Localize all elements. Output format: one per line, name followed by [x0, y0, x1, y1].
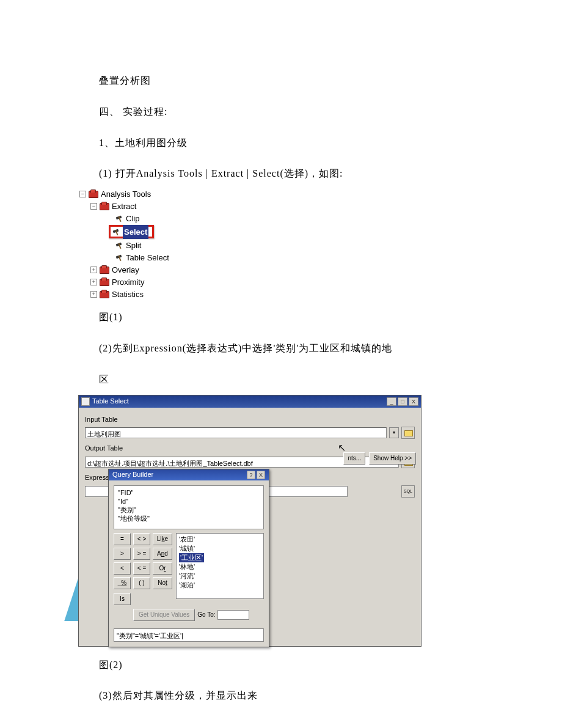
goto-input[interactable] — [217, 610, 249, 620]
op-paren[interactable]: ( ) — [133, 577, 150, 589]
close-button[interactable]: X — [257, 471, 265, 479]
value-item[interactable]: '湖泊' — [179, 581, 261, 590]
field-item[interactable]: "地价等级" — [118, 514, 260, 523]
op-not[interactable]: Not — [153, 577, 172, 589]
paragraph: (2)先到Expression(选择表达式)中选择'类别'为工业区和城镇的地 — [99, 340, 501, 358]
paragraph: (3)然后对其属性分级，并显示出来 — [99, 687, 501, 705]
op-notequal[interactable]: < > — [133, 533, 150, 545]
paragraph: 1、土地利用图分级 — [99, 134, 501, 152]
expand-icon[interactable]: + — [90, 279, 97, 285]
field-item[interactable]: "Id" — [118, 497, 260, 506]
get-unique-values-button[interactable]: Get Unique Values — [133, 609, 195, 621]
tree-node-table-select[interactable]: Table Select — [78, 251, 268, 263]
table-select-dialog: Table Select _ □ X Input Table 土地利用图 ▾ O… — [78, 395, 422, 647]
value-item[interactable]: '林地' — [179, 562, 261, 572]
collapse-icon[interactable]: − — [79, 191, 86, 197]
field-item[interactable]: "FID" — [118, 488, 260, 497]
dropdown-button[interactable]: ▾ — [389, 427, 399, 438]
value-item[interactable]: '城镇' — [179, 544, 261, 553]
selected-highlight: Select — [109, 225, 154, 238]
dialog-title: Table Select — [92, 395, 129, 408]
query-builder-title: Query Builder — [112, 469, 153, 481]
op-and[interactable]: And — [153, 548, 172, 560]
tool-icon — [115, 214, 125, 222]
op-lte[interactable]: < = — [133, 562, 150, 575]
cursor-icon: ↖ — [338, 439, 346, 450]
maximize-button[interactable]: □ — [398, 397, 407, 406]
tree-node-extract[interactable]: − Extract — [78, 200, 268, 212]
value-item[interactable]: '工业区' — [179, 553, 261, 562]
tree-node-split[interactable]: Split — [78, 239, 268, 251]
value-item[interactable]: '农田' — [179, 535, 261, 544]
op-lt[interactable]: < — [114, 562, 131, 575]
dialog-button-bar: nts... Show Help >> — [343, 452, 416, 465]
operator-grid: = < > Like > > = And < < = Or _ % — [114, 533, 172, 589]
tree-label: Select — [123, 225, 148, 239]
dialog-titlebar[interactable]: Table Select _ □ X — [79, 395, 421, 408]
fields-listbox[interactable]: "FID" "Id" "类别" "地价等级" — [114, 485, 264, 529]
query-builder-titlebar[interactable]: Query Builder ? X — [109, 469, 269, 480]
figure-caption: 图(1) — [99, 309, 501, 326]
help-button[interactable]: ? — [247, 471, 255, 479]
op-underscore[interactable]: _ % — [114, 577, 131, 589]
paragraph: 叠置分析图 — [99, 72, 501, 90]
tree-node-overlay[interactable]: + Overlay — [78, 263, 268, 276]
toolbox-icon — [98, 202, 111, 210]
input-table-label: Input Table — [85, 414, 415, 426]
browse-button[interactable] — [401, 427, 415, 439]
sql-button[interactable]: SQL — [401, 485, 415, 498]
values-listbox[interactable]: '农田' '城镇' '工业区' '林地' '河流' '湖泊' — [176, 533, 264, 599]
input-table-field[interactable]: 土地利用图 — [85, 427, 387, 438]
query-builder-dialog: Query Builder ? X "FID" "Id" "类别" "地价等级" — [108, 469, 269, 647]
minimize-button[interactable]: _ — [387, 397, 396, 406]
op-is[interactable]: Is — [114, 593, 131, 605]
expand-icon[interactable]: + — [90, 267, 97, 273]
arctoolbox-tree-figure: − Analysis Tools − Extract Clip Select S… — [78, 188, 268, 300]
expand-icon[interactable]: + — [90, 291, 97, 298]
tool-icon — [115, 253, 125, 262]
show-help-button[interactable]: Show Help >> — [369, 452, 416, 465]
toolbox-icon — [87, 189, 100, 198]
field-item[interactable]: "类别" — [118, 506, 260, 514]
goto-label: Go To: — [197, 609, 215, 620]
op-equals[interactable]: = — [114, 533, 131, 545]
app-icon — [81, 397, 90, 406]
table-select-dialog-figure: Table Select _ □ X Input Table 土地利用图 ▾ O… — [78, 395, 422, 647]
tree-node-statistics[interactable]: + Statistics — [78, 288, 268, 300]
paragraph: (1) 打开Analysis Tools | Extract | Select(… — [99, 165, 501, 183]
op-or[interactable]: Or — [153, 562, 172, 575]
tree-node-proximity[interactable]: + Proximity — [78, 276, 268, 288]
tool-icon — [115, 241, 125, 249]
paragraph: 四、 实验过程: — [99, 103, 501, 121]
close-button[interactable]: X — [409, 397, 418, 406]
tool-icon — [112, 227, 122, 236]
environments-button[interactable]: nts... — [343, 452, 365, 465]
tree-label: Statistics — [112, 287, 144, 301]
collapse-icon[interactable]: − — [90, 203, 97, 210]
paragraph: 区 — [99, 371, 501, 389]
toolbox-icon — [98, 290, 111, 298]
toolbox-icon — [98, 265, 111, 274]
figure-caption: 图(2) — [99, 656, 501, 674]
op-gt[interactable]: > — [114, 548, 131, 560]
document-page: 叠置分析图 四、 实验过程: 1、土地利用图分级 (1) 打开Analysis … — [0, 0, 562, 728]
tree-node-analysis-tools[interactable]: − Analysis Tools — [78, 188, 268, 200]
toolbox-icon — [98, 278, 111, 286]
op-gte[interactable]: > = — [133, 548, 150, 560]
tree-node-select[interactable]: Select — [78, 224, 268, 239]
value-item[interactable]: '河流' — [179, 572, 261, 581]
tree-node-clip[interactable]: Clip — [78, 212, 268, 224]
tree-label: Clip — [126, 211, 139, 226]
where-clause-input[interactable]: "类别"='城镇'='工业区'| — [114, 628, 264, 642]
op-like[interactable]: Like — [153, 533, 172, 545]
